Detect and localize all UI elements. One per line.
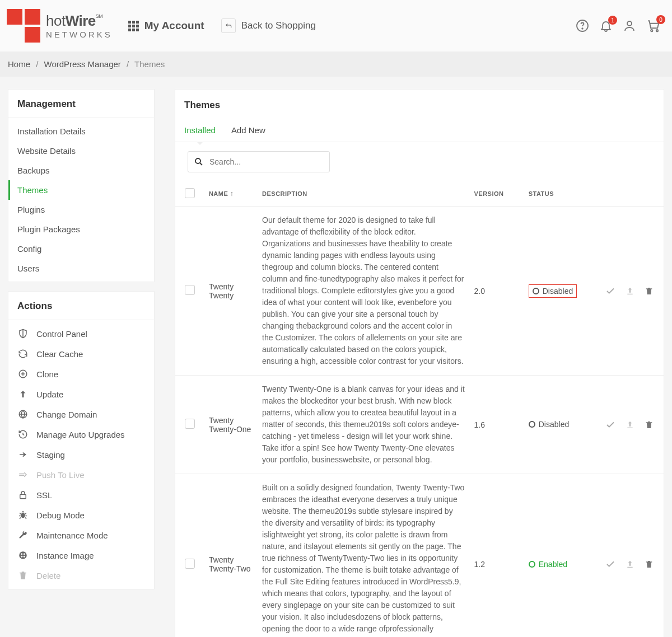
actions-panel: Actions Control PanelClear CacheCloneUpd…: [8, 291, 155, 589]
breadcrumb-home[interactable]: Home: [8, 59, 30, 69]
action-item-push-to-live: Push To Live: [8, 465, 154, 485]
image-icon: [17, 550, 29, 560]
tab-add-new[interactable]: Add New: [231, 121, 265, 142]
sidebar-item-plugin-packages[interactable]: Plugin Packages: [8, 219, 154, 239]
sidebar-item-installation-details[interactable]: Installation Details: [8, 121, 154, 141]
globe-icon: [17, 409, 29, 419]
table-row: Twenty Twenty-TwoBuilt on a solidly desi…: [175, 474, 664, 638]
action-label: Manage Auto Upgrades: [36, 430, 125, 439]
theme-description: Built on a solidly designed foundation, …: [258, 474, 469, 638]
sidebar-item-config[interactable]: Config: [8, 239, 154, 259]
upload-button[interactable]: [626, 420, 634, 429]
status-toggle[interactable]: Disabled: [529, 284, 577, 298]
account-button[interactable]: [623, 19, 636, 32]
action-item-manage-auto-upgrades[interactable]: Manage Auto Upgrades: [8, 424, 154, 444]
status-label: Enabled: [539, 560, 567, 569]
action-item-debug-mode[interactable]: Debug Mode: [8, 505, 154, 525]
back-arrow-icon: [225, 22, 232, 30]
back-to-shopping-link[interactable]: Back to Shopping: [241, 20, 316, 31]
sidebar-item-backups[interactable]: Backups: [8, 161, 154, 180]
action-item-instance-image[interactable]: Instance Image: [8, 545, 154, 565]
action-item-staging[interactable]: Staging: [8, 444, 154, 465]
svg-point-4: [656, 30, 658, 31]
svg-rect-7: [20, 494, 26, 499]
sidebar-item-plugins[interactable]: Plugins: [8, 200, 154, 219]
sidebar-item-website-details[interactable]: Website Details: [8, 141, 154, 161]
history-icon: [17, 429, 29, 439]
shield-icon: [17, 329, 29, 339]
management-panel: Management Installation DetailsWebsite D…: [8, 89, 155, 282]
activate-button[interactable]: [605, 286, 615, 296]
svg-point-12: [21, 556, 22, 558]
select-all-checkbox[interactable]: [185, 188, 195, 198]
my-account-link[interactable]: My Account: [128, 20, 204, 32]
logo-text: hotWireSM NETWORKS: [46, 12, 113, 39]
status-toggle[interactable]: Enabled: [529, 560, 567, 569]
row-checkbox[interactable]: [185, 285, 195, 295]
logo[interactable]: hotWireSM NETWORKS: [7, 9, 128, 43]
tab-installed[interactable]: Installed: [184, 121, 216, 142]
action-item-delete: Delete: [8, 565, 154, 586]
action-item-ssl[interactable]: SSL: [8, 485, 154, 505]
action-label: Clone: [36, 369, 58, 379]
action-item-maintenance-mode[interactable]: Maintenance Mode: [8, 525, 154, 545]
main-content: Themes Installed Add New NAME ↑ DESCRIPT…: [175, 89, 664, 637]
user-icon: [623, 19, 636, 32]
upload-button[interactable]: [626, 287, 634, 296]
breadcrumb-current: Themes: [134, 59, 165, 69]
header: hotWireSM NETWORKS My Account Back to Sh…: [0, 0, 672, 51]
col-description[interactable]: DESCRIPTION: [258, 181, 469, 207]
arrow-right-icon: [17, 449, 29, 460]
push-icon: [17, 470, 29, 480]
help-button[interactable]: [576, 19, 589, 32]
activate-button[interactable]: [605, 559, 615, 569]
cart-button[interactable]: 0: [646, 18, 661, 33]
theme-name: Twenty Twenty: [204, 207, 258, 376]
theme-name: Twenty Twenty-One: [204, 376, 258, 474]
action-item-clear-cache[interactable]: Clear Cache: [8, 344, 154, 364]
delete-button[interactable]: [645, 560, 654, 569]
row-checkbox[interactable]: [185, 419, 195, 429]
action-item-clone[interactable]: Clone: [8, 364, 154, 384]
action-label: Clear Cache: [36, 349, 83, 359]
tabs: Installed Add New: [175, 118, 664, 142]
bug-icon: [17, 510, 29, 520]
delete-button[interactable]: [645, 287, 654, 296]
theme-description: Twenty Twenty-One is a blank canvas for …: [258, 376, 469, 474]
clone-icon: [17, 369, 29, 379]
col-status[interactable]: STATUS: [524, 181, 586, 207]
action-label: Push To Live: [36, 470, 85, 480]
action-label: Debug Mode: [36, 510, 85, 520]
action-label: Maintenance Mode: [36, 531, 108, 540]
search-input[interactable]: [209, 157, 324, 166]
action-item-update[interactable]: Update: [8, 384, 154, 404]
notifications-button[interactable]: 1: [599, 19, 613, 32]
theme-version: 2.0: [469, 207, 524, 376]
activate-button[interactable]: [605, 420, 615, 430]
back-button[interactable]: [221, 18, 236, 33]
svg-point-2: [627, 21, 632, 26]
table-row: Twenty Twenty-OneTwenty Twenty-One is a …: [175, 376, 664, 474]
action-label: SSL: [36, 490, 52, 500]
sort-arrow-icon: ↑: [230, 190, 234, 198]
sidebar-item-users[interactable]: Users: [8, 259, 154, 278]
management-title: Management: [8, 90, 154, 118]
sidebar-item-themes[interactable]: Themes: [8, 180, 154, 200]
action-label: Change Domain: [36, 410, 97, 419]
breadcrumb-wp-manager[interactable]: WordPress Manager: [44, 59, 121, 69]
refresh-icon: [17, 349, 29, 359]
notifications-badge: 1: [608, 16, 617, 25]
trash-icon: [17, 570, 29, 580]
row-checkbox[interactable]: [185, 559, 195, 569]
lock-icon: [17, 490, 29, 500]
status-toggle[interactable]: Disabled: [529, 420, 569, 429]
col-version[interactable]: VERSION: [469, 181, 524, 207]
delete-button[interactable]: [645, 420, 654, 429]
search-icon: [194, 157, 204, 167]
table-row: Twenty TwentyOur default theme for 2020 …: [175, 207, 664, 376]
action-item-control-panel[interactable]: Control Panel: [8, 324, 154, 344]
col-name[interactable]: NAME ↑: [204, 181, 258, 207]
action-item-change-domain[interactable]: Change Domain: [8, 404, 154, 424]
status-circle-icon: [533, 288, 539, 294]
upload-button[interactable]: [626, 560, 634, 569]
